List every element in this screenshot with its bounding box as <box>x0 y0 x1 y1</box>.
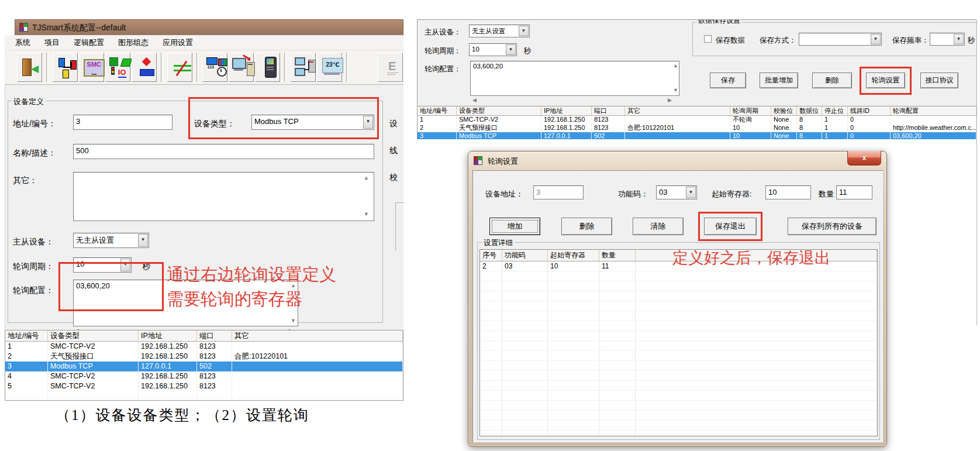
toolbar-io-module-button[interactable]: IO <box>105 53 130 82</box>
table-cell <box>480 371 502 381</box>
toolbar-thermostat-button[interactable]: 23℃ <box>317 53 342 82</box>
poll-settings-dialog: 轮询设置 x 设备地址： 3 功能码： 03 ▼ 起始寄存器: 10 数量： 1… <box>468 151 887 447</box>
table-cell <box>636 381 877 391</box>
column-header[interactable]: 地址/编号 <box>417 106 457 115</box>
address-input[interactable]: 3 <box>73 115 172 130</box>
delete-button[interactable]: 删除 <box>561 218 612 235</box>
toolbar-handheld-button[interactable] <box>255 53 280 82</box>
column-header[interactable]: 设备类型 <box>457 106 541 115</box>
save-data-checkbox[interactable] <box>704 35 712 43</box>
start-register-label: 起始寄存器: <box>712 189 752 199</box>
table-row[interactable]: 4SMC-TCP-V2192.168.1.2508123 <box>5 371 403 381</box>
column-header[interactable]: 其它 <box>232 330 403 341</box>
main-window-titlebar[interactable]: TJSmart系统配置--default <box>15 19 403 35</box>
column-header[interactable]: 地址/编号 <box>5 330 48 341</box>
scroll-up-icon[interactable]: ▲ <box>673 63 678 68</box>
table-row[interactable]: 5SMC-TCP-V2192.168.1.2508123 <box>5 381 403 391</box>
save-all-devices-button[interactable]: 保存到所有的设备 <box>788 218 877 235</box>
quantity-input[interactable]: 11 <box>836 185 872 199</box>
table-row[interactable]: 1SMC-TCP-V2192.168.1.2508123 <box>5 342 403 352</box>
table-cell: 8123 <box>197 352 232 362</box>
column-header[interactable]: IP地址 <box>139 330 197 341</box>
table-cell: 3 <box>5 362 48 371</box>
clear-button[interactable]: 清除 <box>633 218 684 235</box>
toolbar-smc-button[interactable]: SMC••• <box>79 53 104 82</box>
device-address-input[interactable]: 3 <box>533 185 584 199</box>
poll-config-textarea[interactable]: 03,600,20 <box>470 61 679 96</box>
dropdown-arrow-icon[interactable]: ▼ <box>506 44 516 55</box>
column-header[interactable]: 端口 <box>592 106 625 115</box>
column-header[interactable]: IP地址 <box>541 106 592 115</box>
table-cell <box>548 291 599 301</box>
dropdown-arrow-icon[interactable]: ▼ <box>138 234 148 247</box>
toolbar-monitor-clock-button[interactable]: 123 <box>202 53 227 82</box>
menu-item-3[interactable]: 图形组态 <box>113 36 153 49</box>
other-textarea[interactable] <box>73 172 374 221</box>
toolbar-not-equal-button[interactable] <box>167 53 192 82</box>
save-exit-button[interactable]: 保存退出 <box>704 218 757 235</box>
scroll-down-icon[interactable]: ▼ <box>364 212 369 217</box>
protocol-button[interactable]: 接口协议 <box>920 73 958 88</box>
scroll-up-icon[interactable]: ▲ <box>364 175 369 181</box>
poll-period-select[interactable]: 10 ▼ <box>73 257 132 273</box>
table-row[interactable]: 1SMC-TCP-V2192.168.1.2508123不轮询None810 <box>417 116 976 124</box>
dropdown-arrow-icon[interactable]: ▼ <box>954 34 964 44</box>
column-header[interactable]: 起始寄存器 <box>548 250 599 261</box>
column-header[interactable]: 序号 <box>480 250 502 261</box>
device-type-select[interactable]: Modbus TCP ▼ <box>251 115 374 130</box>
column-header[interactable]: 校验位 <box>771 106 797 115</box>
marker-icon <box>134 55 154 80</box>
menu-item-0[interactable]: 系统 <box>11 36 35 49</box>
toolbar-network-button[interactable] <box>291 53 316 82</box>
table-row[interactable]: 2天气预报接口192.168.1.2508123合肥:10122010110No… <box>417 124 976 132</box>
toolbar-marker-button[interactable] <box>132 53 157 82</box>
column-header[interactable]: 轮询配置 <box>891 106 976 115</box>
column-header[interactable]: 数量 <box>599 250 636 261</box>
scroll-down-icon[interactable]: ▼ <box>291 318 296 323</box>
start-register-input[interactable]: 10 <box>765 185 811 199</box>
dropdown-arrow-icon[interactable]: ▼ <box>120 259 130 271</box>
table-cell <box>599 281 636 291</box>
dropdown-arrow-icon[interactable]: ▼ <box>519 26 529 36</box>
add-button[interactable]: 增加 <box>489 218 540 235</box>
scroll-left-icon[interactable]: ◀ <box>472 98 477 103</box>
column-header[interactable]: 停止位 <box>822 106 848 115</box>
table-row[interactable]: 2天气预报接口192.168.1.2508123合肥:101220101 <box>5 352 403 362</box>
toolbar-computer-export-button[interactable] <box>229 53 254 82</box>
save-button[interactable]: 保存 <box>710 73 746 88</box>
batch-add-button[interactable]: 批量增加 <box>760 73 798 88</box>
column-header[interactable]: 轮询周期 <box>730 106 771 115</box>
close-icon[interactable]: x <box>847 151 881 166</box>
master-slave-select[interactable]: 无主从设置 ▼ <box>73 233 149 248</box>
name-input[interactable]: 500 <box>73 144 374 159</box>
column-header[interactable]: 线路ID <box>848 106 891 115</box>
dropdown-arrow-icon[interactable]: ▼ <box>363 116 373 129</box>
function-code-select[interactable]: 03 ▼ <box>656 185 697 199</box>
column-header[interactable]: 数据位 <box>797 106 822 115</box>
poll-period-select[interactable]: 10 ▼ <box>469 43 517 56</box>
master-slave-select[interactable]: 无主从设置 ▼ <box>469 25 530 37</box>
dropdown-arrow-icon[interactable]: ▼ <box>871 34 881 44</box>
dropdown-arrow-icon[interactable]: ▼ <box>686 187 696 198</box>
table-cell <box>599 431 636 436</box>
save-mode-select[interactable]: ▼ <box>799 33 882 46</box>
column-header[interactable]: 功能码 <box>502 250 548 261</box>
toolbar-devices-button[interactable] <box>53 53 78 82</box>
table-row[interactable]: 3Modbus TCP127.0.0.1502 <box>5 362 403 371</box>
menu-item-4[interactable]: 应用设置 <box>158 36 198 49</box>
delete-button[interactable]: 删除 <box>812 73 852 88</box>
toolbar-exit-button[interactable]: ◀ <box>17 53 42 82</box>
column-header[interactable]: 其它 <box>625 106 730 115</box>
menu-item-2[interactable]: 逻辑配置 <box>69 36 109 49</box>
poll-setup-button[interactable]: 轮询设置 <box>866 73 905 88</box>
column-header[interactable]: 端口 <box>197 330 232 341</box>
table-row[interactable]: 3Modbus TCP127.0.0.150210None81003,600,2… <box>417 132 976 139</box>
table-cell <box>480 431 502 436</box>
column-header[interactable]: 设备类型 <box>48 330 139 341</box>
save-freq-select[interactable]: ▼ <box>930 33 965 46</box>
menu-item-1[interactable]: 项目 <box>40 36 64 49</box>
table-cell <box>480 391 502 401</box>
scroll-right-icon[interactable]: ▶ <box>668 98 672 103</box>
scroll-down-icon[interactable]: ▼ <box>673 88 678 93</box>
toolbar-editor-button[interactable]: E <box>378 53 403 82</box>
